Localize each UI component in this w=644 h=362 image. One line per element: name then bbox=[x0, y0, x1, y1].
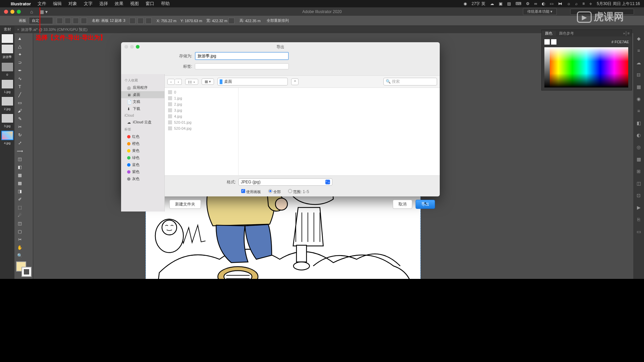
eyedropper-tool[interactable]: ✐ bbox=[16, 195, 24, 203]
clock[interactable]: 5月30日 周日 上午11:16 bbox=[597, 1, 640, 7]
sidebar-icloud-drive[interactable]: ☁iCloud 云盘 bbox=[121, 119, 164, 126]
sidebar-tag-red[interactable]: 红色 bbox=[121, 133, 164, 140]
thumb-item[interactable] bbox=[1, 44, 13, 54]
sidebar-tag-blue[interactable]: 蓝色 bbox=[121, 161, 164, 168]
panel-menu-icon[interactable]: »│≡ bbox=[623, 31, 632, 35]
align-icon[interactable]: ⊞ bbox=[635, 168, 642, 175]
stroke-swatch[interactable] bbox=[21, 267, 32, 277]
shape-builder-tool[interactable]: ◧ bbox=[16, 163, 24, 171]
line-tool[interactable]: ╱ bbox=[16, 91, 24, 98]
sidebar-applications[interactable]: Ⓐ应用程序 bbox=[121, 84, 164, 91]
sidebar-tag-orange[interactable]: 橙色 bbox=[121, 140, 164, 147]
thumb-item[interactable] bbox=[1, 79, 13, 89]
sidebar-desktop[interactable]: 🖥桌面 bbox=[121, 91, 164, 98]
blend-tool[interactable]: ⬚ bbox=[16, 203, 24, 211]
tray-icon-7[interactable]: ▭ bbox=[550, 1, 553, 6]
tray-icon-6[interactable]: ◐ bbox=[542, 1, 545, 6]
save-as-input[interactable] bbox=[195, 52, 289, 60]
menu-edit[interactable]: 编辑 bbox=[53, 1, 62, 7]
menu-object[interactable]: 对象 bbox=[68, 1, 77, 7]
sidebar-tag-yellow[interactable]: 黄色 bbox=[121, 147, 164, 154]
input-method[interactable]: 27字 英 bbox=[472, 1, 485, 7]
workspace-selector[interactable]: 传统基本功能 ▾ bbox=[523, 8, 557, 15]
file-item[interactable]: 4.jpg bbox=[165, 113, 238, 119]
wifi-icon[interactable]: ⟡ bbox=[589, 1, 592, 6]
properties-icon[interactable]: ◆ bbox=[635, 35, 642, 42]
hand-tool[interactable]: ✋ bbox=[16, 244, 24, 251]
close-tab-icon[interactable]: × bbox=[17, 27, 19, 32]
forward-button[interactable]: › bbox=[175, 79, 182, 85]
file-item[interactable]: 1.jpg bbox=[165, 95, 238, 101]
graph-tool[interactable]: ◫ bbox=[16, 220, 24, 227]
symbols-icon[interactable]: ◉ bbox=[635, 96, 642, 102]
magic-wand-tool[interactable]: ✦ bbox=[16, 51, 24, 58]
zoom-tool[interactable]: 🔍 bbox=[16, 252, 24, 259]
link-wh-icon[interactable] bbox=[228, 18, 234, 24]
move-with-icon[interactable] bbox=[129, 18, 136, 24]
pathfinder-icon[interactable]: ◫ bbox=[635, 180, 642, 187]
orient-landscape-icon[interactable] bbox=[65, 18, 71, 24]
h-value[interactable]: 422.35 m bbox=[245, 19, 261, 23]
file-item[interactable]: 520-04.jpg bbox=[165, 125, 238, 131]
width-tool[interactable]: ⟿ bbox=[16, 147, 24, 155]
menu-effect[interactable]: 效果 bbox=[115, 1, 123, 7]
artboard-opt2-icon[interactable] bbox=[81, 18, 87, 24]
all-radio[interactable]: 全部 bbox=[268, 189, 281, 194]
rearrange-button[interactable]: 全部重新排列 bbox=[267, 18, 289, 23]
sidebar-documents[interactable]: 📄文稿 bbox=[121, 98, 164, 105]
pen-tool[interactable]: ✒ bbox=[16, 67, 24, 74]
preset-select[interactable]: 自定 bbox=[29, 17, 53, 24]
brush-tool[interactable]: 🖌 bbox=[16, 107, 24, 114]
type-tool[interactable]: T bbox=[16, 83, 24, 90]
grid-icon[interactable] bbox=[146, 18, 152, 24]
menu-file[interactable]: 文件 bbox=[38, 1, 46, 7]
arrange-icon[interactable]: ▦ ▾ bbox=[40, 9, 48, 14]
thumb-item[interactable] bbox=[1, 62, 13, 72]
artboards-icon[interactable]: ▭ bbox=[635, 228, 642, 235]
color-guide-tab[interactable]: 颜色参考 bbox=[556, 31, 577, 36]
search-icon[interactable]: ⌕ bbox=[575, 1, 578, 6]
perspective-tool[interactable]: ▦ bbox=[16, 171, 24, 179]
shaper-tool[interactable]: ✎ bbox=[16, 115, 24, 122]
slice-tool[interactable]: ✂ bbox=[16, 236, 24, 243]
white-swatch[interactable] bbox=[551, 39, 556, 45]
hex-value[interactable]: FCE7AE bbox=[614, 40, 629, 44]
scale-tool[interactable]: ⤢ bbox=[16, 139, 24, 146]
app-name[interactable]: Illustrator bbox=[11, 1, 31, 6]
file-item[interactable]: 2.jpg bbox=[165, 101, 238, 107]
mesh-tool[interactable]: ▩ bbox=[16, 179, 24, 187]
dialog-max-button[interactable] bbox=[136, 45, 140, 49]
thumb-item[interactable] bbox=[1, 131, 13, 140]
free-transform-tool[interactable]: ◫ bbox=[16, 155, 24, 163]
file-item[interactable]: 520-01.jpg bbox=[165, 119, 238, 125]
sidebar-tag-gray[interactable]: 灰色 bbox=[121, 175, 164, 182]
cancel-button[interactable]: 取消 bbox=[393, 200, 412, 209]
eraser-tool[interactable]: ✂ bbox=[16, 123, 24, 130]
record-icon[interactable]: ◉ bbox=[464, 1, 467, 6]
export-button[interactable]: 导出 ↖ bbox=[416, 200, 435, 209]
lasso-tool[interactable]: ⊃ bbox=[16, 59, 24, 66]
format-dropdown-icon[interactable]: ⌃⌄ bbox=[325, 180, 330, 184]
stroke-icon[interactable]: ≡ bbox=[635, 108, 642, 114]
path-dropdown-icon[interactable]: ⌃⌄ bbox=[281, 79, 285, 84]
file-list-area[interactable]: 0 1.jpg 2.jpg 3.jpg 4.jpg 520-01.jpg 520… bbox=[165, 88, 440, 176]
sidebar-tag-purple[interactable]: 紫色 bbox=[121, 168, 164, 175]
range-input[interactable] bbox=[303, 189, 316, 194]
range-radio[interactable]: 范围: bbox=[288, 189, 316, 194]
maximize-window-button[interactable] bbox=[17, 10, 21, 14]
sidebar-downloads[interactable]: ⬇下载 bbox=[121, 105, 164, 112]
control-center-icon[interactable]: ≡ bbox=[582, 1, 585, 6]
symbol-tool[interactable]: ☄ bbox=[16, 212, 24, 219]
w-value[interactable]: 422.32 m bbox=[212, 19, 227, 23]
tray-icon-5[interactable]: ∞ bbox=[534, 1, 537, 6]
brushes-icon[interactable]: ⊟ bbox=[635, 71, 642, 78]
ref-point-icon[interactable] bbox=[138, 18, 144, 24]
direct-selection-tool[interactable]: △ bbox=[16, 43, 24, 50]
tray-icon-2[interactable]: ▤ bbox=[507, 1, 511, 6]
finder-search[interactable]: 🔍 搜索 bbox=[383, 78, 437, 85]
document-tab[interactable]: 旅游季.ai* @ 33.33% (CMYK/GPU 预览) bbox=[21, 27, 88, 32]
path-selector[interactable]: ▉ 桌面 ⌃⌄ bbox=[217, 78, 288, 85]
swatches-icon[interactable]: ▦ bbox=[635, 83, 642, 90]
menu-window[interactable]: 窗口 bbox=[146, 1, 154, 7]
name-value[interactable]: 画板 12 副本 3 bbox=[101, 18, 125, 23]
